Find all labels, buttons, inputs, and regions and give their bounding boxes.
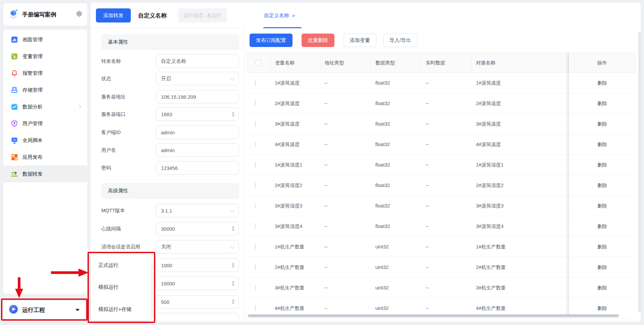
text-field[interactable]: admin [156, 143, 239, 157]
row-checkbox[interactable] [255, 306, 256, 311]
delete-link[interactable]: 删除 [597, 182, 607, 189]
delete-link[interactable]: 删除 [597, 285, 607, 291]
import-export-button[interactable]: 导入/导出 [383, 34, 417, 47]
row-checkbox[interactable] [255, 265, 256, 270]
delete-link[interactable]: 删除 [597, 80, 607, 86]
delete-link[interactable]: 删除 [597, 264, 607, 271]
number-stepper[interactable] [231, 226, 235, 231]
forward-topbar: 添加转发 自定义名称 运行状态: 未运行 [91, 3, 245, 29]
sidebar-item-alarm[interactable]: 报警管理 [3, 65, 87, 82]
number-field[interactable]: 1000 [156, 259, 239, 272]
select-field[interactable]: 开启 [156, 72, 239, 85]
text-field[interactable]: 自定义名称 [156, 54, 239, 68]
field-value: 1000 [161, 263, 172, 268]
row-checkbox[interactable] [255, 285, 256, 290]
sidebar-item-script[interactable]: </>全局脚本 [3, 132, 87, 149]
form-section-header: 基本属性 [101, 34, 239, 50]
number-field[interactable]: 500 [156, 295, 239, 309]
select-all-checkbox[interactable] [255, 60, 261, 66]
svg-text:x: x [13, 54, 16, 59]
text-field[interactable]: admin [156, 126, 239, 139]
delete-link[interactable]: 删除 [597, 121, 607, 127]
sidebar-item-screen[interactable]: 画面管理 [3, 31, 87, 48]
row-checkbox[interactable] [255, 203, 256, 208]
vertical-scrollbar[interactable] [638, 32, 641, 312]
sidebar-item-analysis[interactable]: 数据分析 [3, 98, 87, 115]
field-value: 自定义名称 [161, 58, 186, 64]
table-header-row: 变量名称地址类型数据类型实时数据对接名称操作 [247, 53, 636, 73]
batch-delete-button[interactable]: 批量删除 [302, 34, 334, 47]
delete-link[interactable]: 删除 [597, 244, 607, 250]
number-stepper[interactable] [231, 281, 235, 286]
field-label: 密码 [101, 161, 111, 175]
run-menu-item-0[interactable]: 正式运行 [91, 254, 151, 276]
tab-close-icon[interactable]: × [292, 13, 295, 18]
text-field[interactable] [156, 313, 239, 322]
delete-link[interactable]: 删除 [597, 305, 607, 312]
number-stepper[interactable] [231, 263, 235, 268]
sidebar-item-forward[interactable]: 数据转发 [3, 166, 87, 182]
number-field[interactable]: 10000 [156, 277, 239, 290]
cell-dtype: uint32 [371, 244, 421, 249]
number-stepper[interactable] [231, 299, 235, 305]
delete-link[interactable]: 删除 [597, 203, 607, 209]
cell-name: 2#滚筒温度 [270, 100, 320, 107]
row-checkbox[interactable] [255, 224, 256, 229]
storage-icon [11, 86, 18, 94]
sidebar-item-user[interactable]: 用户管理 [3, 115, 87, 132]
publish-subscribe-config-button[interactable]: 发布订阅配置 [250, 34, 292, 47]
row-checkbox[interactable] [255, 80, 256, 86]
select-field[interactable]: 关闭 [156, 240, 239, 253]
row-checkbox[interactable] [255, 162, 256, 168]
row-checkbox[interactable] [255, 183, 256, 188]
cell-link: 4#滚筒温度 [472, 141, 569, 148]
tab-custom-name[interactable]: 自定义名称 × [264, 3, 295, 28]
table-row: 2#机生产数量--uint32--2#机生产数量删除 [247, 257, 636, 278]
select-field[interactable]: 3.1.1 [156, 204, 239, 217]
field-value: 106.15.198.209 [161, 94, 196, 100]
number-field[interactable]: 30000 [156, 222, 239, 235]
number-stepper[interactable] [231, 112, 235, 117]
operation-cell: 删除 [569, 100, 636, 107]
run-menu-item-2[interactable]: 模拟运行+存储 [91, 298, 151, 320]
sidebar-item-variable[interactable]: x变量管理 [3, 48, 87, 65]
cell-name: 1#滚筒湿度1 [270, 162, 320, 168]
sidebar-header: 手册编写案例 [3, 3, 87, 26]
run-status-badge: 运行状态: 未运行 [178, 8, 227, 22]
add-variable-button[interactable]: 添加变量 [343, 34, 376, 47]
operation-cell: 删除 [569, 305, 636, 312]
row-checkbox-cell [247, 265, 270, 270]
cell-realtime: -- [421, 142, 472, 147]
row-checkbox[interactable] [255, 121, 256, 127]
cell-realtime: -- [421, 224, 472, 229]
sidebar-menu: 画面管理x变量管理报警管理存储管理数据分析用户管理</>全局脚本应用发布数据转发 [3, 30, 87, 294]
field-value: 123456 [161, 165, 178, 171]
form-row: 心跳间隔30000 [101, 222, 239, 235]
settings-gear-icon[interactable] [76, 10, 83, 18]
text-field[interactable]: 123456 [156, 161, 239, 175]
row-checkbox-cell [247, 121, 270, 127]
row-checkbox-cell [247, 162, 270, 168]
row-checkbox[interactable] [255, 244, 256, 249]
add-forward-button[interactable]: 添加转发 [96, 8, 131, 22]
sidebar-item-storage[interactable]: 存储管理 [3, 82, 87, 98]
delete-link[interactable]: 删除 [597, 141, 607, 148]
text-field[interactable]: 106.15.198.209 [156, 90, 239, 103]
cell-realtime: -- [421, 306, 472, 311]
horizontal-scrollbar[interactable] [248, 314, 619, 317]
delete-link[interactable]: 删除 [597, 162, 607, 168]
row-checkbox[interactable] [255, 142, 256, 147]
operation-cell: 删除 [569, 162, 636, 168]
run-project-button[interactable]: 运行工程 [3, 301, 85, 319]
operation-cell: 删除 [569, 80, 636, 86]
row-checkbox[interactable] [255, 101, 256, 106]
number-field[interactable]: 1883 [156, 107, 239, 121]
form-row: MQTT版本3.1.1 [101, 204, 239, 217]
delete-link[interactable]: 删除 [597, 100, 607, 107]
run-menu-item-1[interactable]: 模拟运行 [91, 276, 151, 298]
field-value: 1883 [161, 111, 172, 117]
sidebar-item-publish[interactable]: 应用发布 [3, 149, 87, 166]
cell-realtime: -- [421, 162, 472, 168]
delete-link[interactable]: 删除 [597, 223, 607, 230]
cell-dtype: float32 [371, 142, 421, 147]
